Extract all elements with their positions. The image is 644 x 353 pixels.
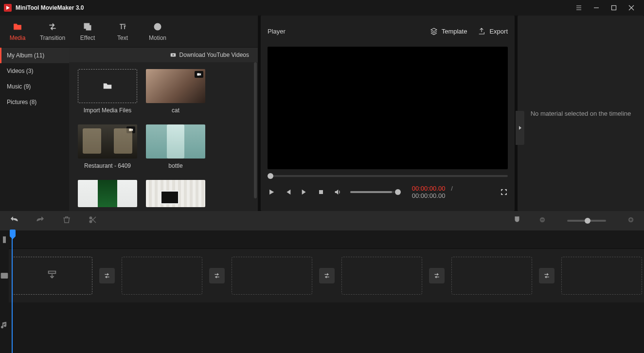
titlebar: MiniTool MovieMaker 3.0 [0, 0, 644, 16]
transition-slot[interactable] [99, 268, 115, 283]
tab-label: Media [10, 35, 26, 41]
export-button[interactable]: Export [478, 27, 508, 35]
svg-rect-3 [87, 25, 91, 30]
svg-marker-9 [200, 73, 201, 76]
zoom-in-button[interactable] [627, 216, 634, 225]
template-label: Template [442, 28, 467, 35]
tab-effect[interactable]: Effect [70, 16, 105, 47]
media-thumb[interactable] [78, 180, 137, 207]
volume-button[interactable] [334, 188, 341, 196]
zoom-out-button[interactable] [539, 216, 546, 225]
sidebar-item-pictures[interactable]: Pictures (8) [0, 94, 69, 110]
media-item-partial-1[interactable] [78, 180, 137, 211]
sidebar-item-my-album[interactable]: My Album (11) [0, 48, 69, 63]
redo-button[interactable] [36, 215, 45, 226]
tab-transition[interactable]: Transition [35, 16, 70, 47]
audio-track-icon [0, 302, 9, 348]
undo-button[interactable] [10, 215, 18, 226]
inspector-collapse-toggle[interactable] [516, 111, 524, 145]
volume-slider[interactable] [350, 191, 394, 193]
player-scrubber[interactable] [268, 175, 508, 177]
svg-marker-0 [6, 6, 10, 10]
import-media-cell[interactable]: Import Media Files [78, 69, 137, 124]
svg-rect-1 [612, 6, 616, 10]
media-thumb[interactable] [78, 124, 137, 159]
timeline-slot[interactable] [451, 257, 532, 295]
skip-back-icon [284, 188, 292, 196]
svg-rect-20 [541, 219, 544, 220]
swap-icon [213, 272, 221, 280]
timeline-body[interactable] [9, 230, 644, 353]
zoom-slider[interactable] [567, 220, 606, 222]
next-frame-button[interactable] [301, 188, 308, 196]
timeline-slot[interactable] [12, 257, 92, 295]
media-item-cat[interactable]: cat [146, 69, 205, 124]
svg-marker-14 [302, 190, 306, 195]
sidebar-item-videos[interactable]: Videos (3) [0, 63, 69, 79]
sidebar-item-music[interactable]: Music (9) [0, 79, 69, 94]
video-track[interactable] [9, 249, 644, 302]
timeline-slot[interactable] [341, 257, 422, 295]
transition-slot[interactable] [209, 268, 225, 283]
fullscreen-button[interactable] [500, 188, 508, 196]
inspector-panel: No material selected on the timeline [518, 16, 644, 211]
media-thumb[interactable] [146, 124, 205, 159]
media-item-restaurant[interactable]: Restaurant - 6409 [78, 124, 137, 179]
hamburger-menu-icon[interactable] [570, 0, 588, 16]
app-title: MiniTool MovieMaker 3.0 [16, 4, 84, 11]
template-button[interactable]: Template [430, 27, 467, 35]
tab-text[interactable]: Text [105, 16, 140, 47]
media-item-bottle[interactable]: bottle [146, 124, 205, 179]
minimize-button[interactable] [588, 0, 605, 16]
media-item-label: cat [146, 107, 205, 114]
delete-button[interactable] [62, 215, 71, 226]
media-sidebar: My Album (11) Videos (3) Music (9) Pictu… [0, 48, 69, 211]
timeline-slot[interactable] [561, 257, 642, 295]
maximize-button[interactable] [605, 0, 623, 16]
module-tabs: Media Transition Effect Text Motion [0, 16, 258, 48]
transition-slot[interactable] [429, 268, 445, 283]
svg-marker-13 [286, 190, 290, 195]
svg-rect-23 [630, 218, 631, 221]
time-duration: 00:00:00.00 [412, 192, 446, 199]
stop-button[interactable] [317, 188, 325, 196]
timeline-ruler[interactable] [9, 230, 644, 249]
timeline-slot[interactable] [122, 257, 202, 295]
audio-track[interactable] [9, 302, 644, 348]
timeline-toolbar [0, 211, 644, 230]
tab-motion[interactable]: Motion [140, 16, 175, 47]
player-timecode: 00:00:00.00 / 00:00:00.00 [412, 185, 484, 199]
svg-rect-25 [5, 237, 6, 243]
prev-frame-button[interactable] [284, 188, 292, 196]
transition-slot[interactable] [319, 268, 335, 283]
svg-rect-24 [3, 237, 4, 243]
volume-knob[interactable] [395, 189, 401, 195]
media-thumb[interactable] [146, 69, 205, 103]
transition-slot[interactable] [539, 268, 555, 283]
split-button[interactable] [89, 215, 97, 226]
import-media-thumb[interactable] [78, 69, 137, 103]
play-button[interactable] [268, 188, 275, 196]
tab-label: Text [117, 35, 128, 41]
tab-media[interactable]: Media [0, 16, 35, 47]
drop-hint-icon [47, 269, 57, 282]
download-youtube-link[interactable]: Download YouTube Videos [69, 48, 258, 62]
svg-point-18 [89, 221, 92, 223]
media-item-partial-2[interactable] [146, 180, 205, 211]
download-youtube-label: Download YouTube Videos [179, 52, 249, 58]
export-icon [478, 27, 485, 35]
magnet-icon [513, 215, 521, 224]
sidebar-item-label: Videos (3) [7, 68, 33, 74]
timeline-slot[interactable] [232, 257, 312, 295]
plus-circle-icon [627, 216, 634, 223]
svg-point-5 [157, 25, 159, 28]
swap-icon [103, 272, 111, 280]
scrubber-knob[interactable] [268, 173, 273, 179]
zoom-knob[interactable] [585, 218, 590, 224]
timeline-snap-button[interactable] [513, 215, 521, 226]
close-button[interactable] [623, 0, 640, 16]
playhead[interactable] [12, 230, 13, 353]
inspector-empty-message: No material selected on the timeline [518, 16, 644, 211]
media-thumb[interactable] [146, 180, 205, 207]
tab-label: Transition [40, 35, 65, 41]
